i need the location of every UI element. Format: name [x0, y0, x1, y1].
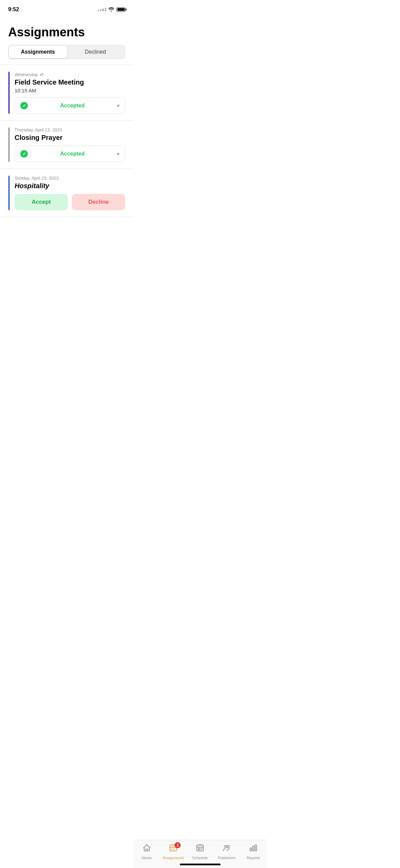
assignment-date: Sunday, April 23, 2023	[15, 176, 125, 181]
battery-icon	[116, 7, 125, 12]
tab-declined[interactable]: Declined	[67, 46, 125, 58]
left-bar-blue	[8, 176, 10, 210]
assignment-date: Thursday, April 13, 2023	[15, 127, 125, 132]
recur-icon: ⇄	[40, 72, 44, 77]
chevron-down-icon-1: ▾	[117, 103, 119, 108]
assignment-item: Sunday, April 23, 2023 Hospitality Accep…	[0, 169, 133, 217]
assignment-content: Thursday, April 13, 2023 Closing Prayer …	[15, 127, 125, 162]
status-dropdown-2[interactable]: Accepted ▾	[15, 146, 125, 162]
page-title: Assignments	[0, 17, 133, 45]
status-time: 9:52	[8, 6, 19, 13]
assignment-title: Field Service Meeting	[15, 78, 125, 86]
assignment-content: Sunday, April 23, 2023 Hospitality Accep…	[15, 176, 125, 210]
tab-assignments[interactable]: Assignments	[9, 46, 67, 58]
status-label-1: Accepted	[31, 103, 114, 109]
left-bar-purple	[8, 72, 10, 114]
accepted-check-1	[20, 102, 28, 109]
assignment-date: Wednesday ⇄	[15, 72, 125, 77]
assignment-item: Wednesday ⇄ Field Service Meeting 10:15 …	[0, 65, 133, 121]
action-buttons: Accept Decline	[15, 194, 125, 210]
status-label-2: Accepted	[31, 151, 114, 157]
segment-control: Assignments Declined	[8, 45, 125, 59]
accepted-check-2	[20, 150, 28, 158]
assignment-item: Thursday, April 13, 2023 Closing Prayer …	[0, 121, 133, 169]
assignment-time: 10:15 AM	[15, 88, 125, 93]
left-bar-gray	[8, 127, 10, 162]
signal-icon	[98, 8, 106, 11]
accept-button[interactable]: Accept	[15, 194, 68, 210]
assignment-title: Closing Prayer	[15, 134, 125, 142]
assignment-title: Hospitality	[15, 182, 125, 190]
status-icons	[98, 7, 125, 13]
decline-button[interactable]: Decline	[72, 194, 125, 210]
chevron-down-icon-2: ▾	[117, 151, 119, 157]
status-bar: 9:52	[0, 0, 133, 17]
assignment-content: Wednesday ⇄ Field Service Meeting 10:15 …	[15, 72, 125, 114]
status-dropdown-1[interactable]: Accepted ▾	[15, 97, 125, 114]
wifi-icon	[108, 7, 114, 13]
